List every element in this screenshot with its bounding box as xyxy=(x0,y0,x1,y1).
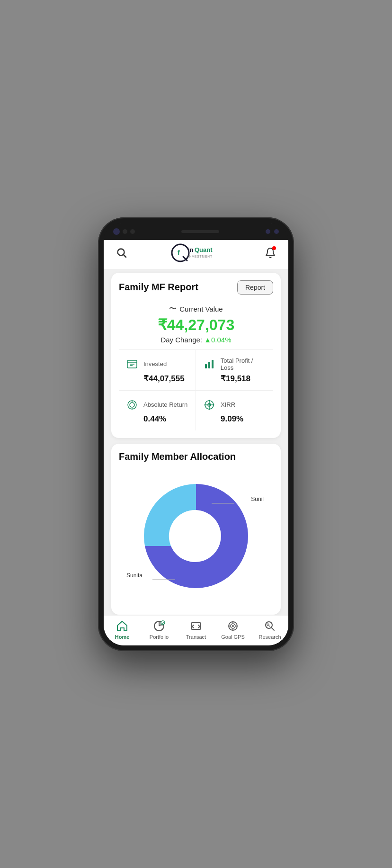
total-pl-icon xyxy=(202,357,217,372)
nav-goal-gps[interactable]: Goal GPS xyxy=(219,619,247,640)
sunil-label: Sunil xyxy=(251,496,264,502)
abs-return-value: 0.44% xyxy=(125,414,190,424)
transact-icon xyxy=(189,619,203,633)
transact-label: Transact xyxy=(186,634,206,640)
portfolio-icon: ✓ xyxy=(152,619,166,633)
svg-point-17 xyxy=(130,403,134,407)
sunita-label: Sunita xyxy=(126,572,143,579)
sensor-dot xyxy=(123,229,127,234)
invested-label: Invested xyxy=(143,360,167,367)
abs-return-label: Absolute Return xyxy=(143,401,187,408)
abs-return-cell: Absolute Return 0.44% xyxy=(119,391,196,430)
nav-transact[interactable]: Transact xyxy=(182,619,210,640)
nav-home[interactable]: Home xyxy=(108,619,136,640)
nav-portfolio[interactable]: ✓ Portfolio xyxy=(145,619,173,640)
notification-button[interactable] xyxy=(262,244,279,261)
svg-point-25 xyxy=(209,408,210,410)
bottom-navigation: Home ✓ Portfolio xyxy=(104,615,288,645)
invested-icon xyxy=(125,357,140,372)
trend-icon: 〜 xyxy=(169,304,177,314)
camera-dot xyxy=(113,228,120,235)
invested-value: ₹44,07,555 xyxy=(125,374,190,384)
top-button-2 xyxy=(274,229,279,234)
svg-line-1 xyxy=(124,254,126,257)
nav-research[interactable]: Research xyxy=(256,619,284,640)
allocation-title: Family Member Allocation xyxy=(119,451,273,462)
svg-text:INVESTMENT: INVESTMENT xyxy=(188,255,213,258)
svg-point-24 xyxy=(209,400,210,401)
svg-point-45 xyxy=(267,624,269,626)
home-label: Home xyxy=(115,634,130,640)
report-button[interactable]: Report xyxy=(237,280,273,295)
xirr-cell: XIRR 9.09% xyxy=(196,391,273,430)
svg-line-44 xyxy=(271,627,274,630)
search-button[interactable] xyxy=(113,244,130,261)
day-change-value: ▲0.04% xyxy=(204,336,231,344)
total-pl-label: Total Profit / Loss xyxy=(221,357,267,371)
top-button-1 xyxy=(266,229,270,234)
svg-point-38 xyxy=(232,625,234,627)
app-header: f in Quant INVESTMENT xyxy=(104,239,288,269)
svg-rect-13 xyxy=(205,364,207,368)
sensor-dot2 xyxy=(130,229,135,234)
svg-point-26 xyxy=(205,404,206,405)
research-label: Research xyxy=(258,634,281,640)
svg-rect-14 xyxy=(208,362,210,368)
notification-badge xyxy=(272,246,276,250)
svg-rect-15 xyxy=(212,360,214,368)
donut-chart-container: Sunil Sunita xyxy=(119,470,273,607)
xirr-icon xyxy=(202,397,217,412)
svg-text:Quant: Quant xyxy=(195,246,213,253)
mf-report-card: Family MF Report Report 〜 Current Value … xyxy=(111,273,281,438)
main-content: Family MF Report Report 〜 Current Value … xyxy=(104,269,288,615)
goal-gps-icon xyxy=(226,619,240,633)
svg-line-46 xyxy=(269,626,270,626)
total-pl-value: ₹19,518 xyxy=(202,374,267,384)
svg-text:✓: ✓ xyxy=(162,622,164,625)
research-icon xyxy=(263,619,276,633)
speaker-grill xyxy=(181,230,219,233)
day-change: Day Change: ▲0.04% xyxy=(119,336,273,344)
total-pl-cell: Total Profit / Loss ₹19,518 xyxy=(196,350,273,391)
current-value-section: 〜 Current Value ₹44,27,073 Day Change: ▲… xyxy=(119,300,273,350)
svg-point-27 xyxy=(213,404,214,405)
abs-return-icon xyxy=(125,397,140,412)
xirr-value: 9.09% xyxy=(202,414,267,424)
allocation-card: Family Member Allocation xyxy=(111,444,281,615)
current-value-amount: ₹44,27,073 xyxy=(119,316,273,334)
stats-grid: Invested ₹44,07,555 xyxy=(119,350,273,430)
home-icon xyxy=(116,619,129,633)
donut-hole xyxy=(171,511,221,561)
xirr-label: XIRR xyxy=(221,401,235,408)
portfolio-label: Portfolio xyxy=(150,634,169,640)
invested-cell: Invested ₹44,07,555 xyxy=(119,350,196,391)
mf-report-header: Family MF Report Report xyxy=(119,280,273,295)
mf-report-title: Family MF Report xyxy=(119,282,198,293)
current-value-label: 〜 Current Value xyxy=(119,304,273,314)
app-logo: f in Quant INVESTMENT xyxy=(170,242,222,263)
svg-text:f: f xyxy=(178,249,180,257)
svg-text:in: in xyxy=(188,246,194,253)
goal-gps-label: Goal GPS xyxy=(221,634,245,640)
